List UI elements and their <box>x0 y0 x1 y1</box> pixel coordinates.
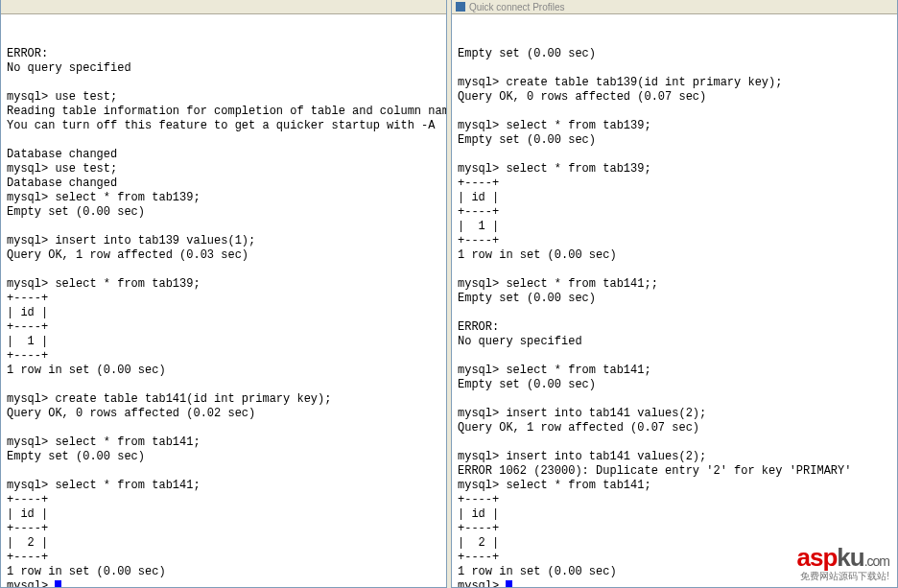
toolbar-right-text: Quick connect Profiles <box>469 2 565 12</box>
prompt-right: mysql> <box>458 579 506 588</box>
terminal-left-output[interactable]: ERROR: No query specified mysql> use tes… <box>1 14 446 588</box>
connect-icon <box>456 2 465 12</box>
terminal-right-pane[interactable]: Quick connect Profiles Empty set (0.00 s… <box>451 0 898 588</box>
cursor-left <box>55 580 61 588</box>
terminal-left-pane[interactable]: ERROR: No query specified mysql> use tes… <box>0 0 447 588</box>
terminal-text: ERROR: No query specified mysql> use tes… <box>7 47 440 579</box>
toolbar-right: Quick connect Profiles <box>452 0 897 14</box>
toolbar-left <box>1 0 446 14</box>
cursor-right <box>506 580 512 588</box>
terminal-text: Empty set (0.00 sec) mysql> create table… <box>458 47 891 579</box>
prompt-left: mysql> <box>7 579 55 588</box>
terminal-right-output[interactable]: Empty set (0.00 sec) mysql> create table… <box>452 14 897 588</box>
